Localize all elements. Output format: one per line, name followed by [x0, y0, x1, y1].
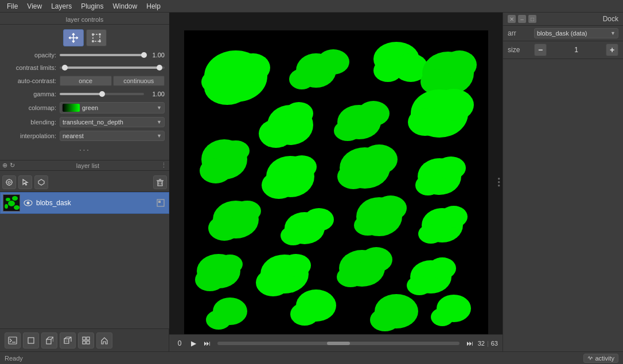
svg-point-67	[337, 164, 369, 189]
dock-arr-value: blobs_dask (data)	[537, 30, 610, 37]
svg-point-73	[233, 201, 261, 221]
blending-row: blending: translucent_no_depth ▼	[0, 115, 169, 129]
more-options-row: ···	[0, 143, 169, 158]
menu-help[interactable]: Help	[142, 1, 165, 11]
svg-point-94	[407, 276, 432, 295]
square-button[interactable]	[23, 332, 39, 349]
mode-buttons-row	[0, 27, 169, 49]
dock-size-row: size − 1 +	[503, 41, 623, 59]
layer-list-icon2: ↻	[10, 162, 15, 169]
svg-point-1	[92, 33, 94, 36]
activity-icon	[587, 355, 593, 361]
menu-window[interactable]: Window	[108, 1, 142, 11]
svg-point-98	[290, 303, 319, 326]
menu-plugins[interactable]: Plugins	[76, 1, 108, 11]
dock-float-button[interactable]: □	[528, 15, 536, 23]
svg-point-40	[201, 71, 230, 93]
activity-button[interactable]: activity	[583, 354, 618, 363]
frame-zero-button[interactable]: 0	[174, 338, 185, 349]
dock-size-increase-button[interactable]: +	[606, 44, 618, 56]
interpolation-selector[interactable]: nearest ▼	[60, 131, 165, 141]
layer-list-icon1: ⊕	[2, 162, 7, 169]
timeline-frame-a: 32	[478, 340, 485, 347]
colormap-value: green	[82, 104, 154, 111]
svg-point-64	[287, 155, 317, 178]
opacity-slider[interactable]	[60, 50, 144, 60]
svg-rect-0	[93, 34, 100, 41]
3d-box-alt-button[interactable]	[60, 332, 76, 349]
svg-rect-33	[87, 337, 89, 340]
left-panel: layer controls	[0, 13, 169, 351]
svg-point-43	[289, 69, 314, 89]
transform-mode-button[interactable]	[86, 29, 107, 46]
layer-visibility-button[interactable]	[22, 197, 34, 209]
svg-point-88	[281, 254, 311, 277]
svg-point-76	[281, 226, 306, 245]
timeline-handle[interactable]	[327, 342, 350, 345]
gamma-slider[interactable]	[60, 89, 144, 99]
dock-size-label: size	[508, 46, 531, 54]
3d-box-button[interactable]	[41, 332, 57, 349]
menu-layers[interactable]: Layers	[46, 1, 76, 11]
svg-point-51	[259, 119, 293, 148]
main-area: layer controls	[0, 13, 623, 351]
dock-minimize-button[interactable]: –	[518, 15, 526, 23]
dock-size-value: 1	[549, 46, 603, 54]
pointer-tool-button[interactable]	[18, 175, 32, 189]
canvas-area[interactable]: ● ● ● 0 ▶ ⏭ ⏭ 32 | 63	[169, 13, 503, 351]
right-dock: ✕ – □ Dock arr blobs_dask (data) ▼ size …	[503, 13, 623, 351]
colormap-row: colormap: green ▼	[0, 100, 169, 115]
blending-arrow: ▼	[157, 119, 162, 125]
svg-point-79	[354, 215, 381, 236]
home-button[interactable]	[96, 332, 112, 349]
more-options-button[interactable]: ···	[77, 145, 92, 155]
menu-file[interactable]: File	[2, 1, 22, 11]
svg-point-19	[8, 201, 15, 206]
polygon-tool-button[interactable]	[34, 175, 48, 189]
status-bar: Ready activity	[0, 351, 623, 364]
svg-rect-25	[158, 201, 161, 203]
svg-point-70	[415, 175, 441, 195]
canvas-side-menu[interactable]: ● ● ●	[495, 175, 503, 189]
skip-end-button[interactable]: ⏭	[201, 338, 213, 349]
select-tool-button[interactable]	[2, 175, 16, 189]
dock-title: Dock	[539, 15, 618, 23]
svg-point-102	[431, 308, 454, 326]
contrast-limits-row: contrast limits:	[0, 61, 169, 74]
dock-header: ✕ – □ Dock	[503, 13, 623, 26]
timeline-slider[interactable]	[217, 342, 460, 345]
svg-point-39	[236, 53, 270, 82]
move-mode-button[interactable]	[63, 29, 84, 46]
layer-thumbnail	[3, 194, 20, 212]
blending-selector[interactable]: translucent_no_depth ▼	[60, 117, 165, 127]
delete-layer-button[interactable]	[153, 175, 167, 189]
layer-item[interactable]: blobs_dask	[0, 192, 169, 214]
interpolation-value: nearest	[63, 132, 157, 139]
svg-rect-11	[158, 181, 162, 186]
auto-contrast-once-button[interactable]: once	[60, 76, 112, 86]
layer-controls-panel: layer controls	[0, 13, 169, 161]
timeline-end-button[interactable]: ⏭	[464, 338, 476, 349]
svg-point-52	[285, 102, 313, 125]
interpolation-label: interpolation:	[5, 132, 56, 139]
svg-point-18	[12, 196, 18, 201]
dock-close-button[interactable]: ✕	[508, 15, 516, 23]
colormap-selector[interactable]: green ▼	[60, 102, 165, 113]
contrast-slider[interactable]	[60, 63, 165, 72]
terminal-button[interactable]	[5, 332, 21, 349]
contrast-label: contrast limits:	[5, 64, 56, 71]
svg-point-84	[195, 268, 225, 291]
grid-button[interactable]	[78, 332, 94, 349]
menu-bar: File View Layers Plugins Window Help	[0, 0, 623, 13]
dock-arr-selector[interactable]: blobs_dask (data) ▼	[534, 28, 618, 38]
layer-list-options[interactable]: ⋮	[161, 162, 167, 169]
layer-list-panel: ⊕ ↻ layer list ⋮	[0, 161, 169, 328]
colormap-preview	[63, 104, 80, 112]
dock-size-decrease-button[interactable]: −	[534, 44, 547, 56]
svg-point-21	[14, 205, 20, 210]
main-canvas[interactable]	[184, 30, 488, 334]
menu-view[interactable]: View	[22, 1, 46, 11]
play-button[interactable]: ▶	[188, 338, 199, 349]
svg-point-46	[373, 59, 402, 82]
auto-contrast-continuous-button[interactable]: continuous	[113, 76, 165, 86]
